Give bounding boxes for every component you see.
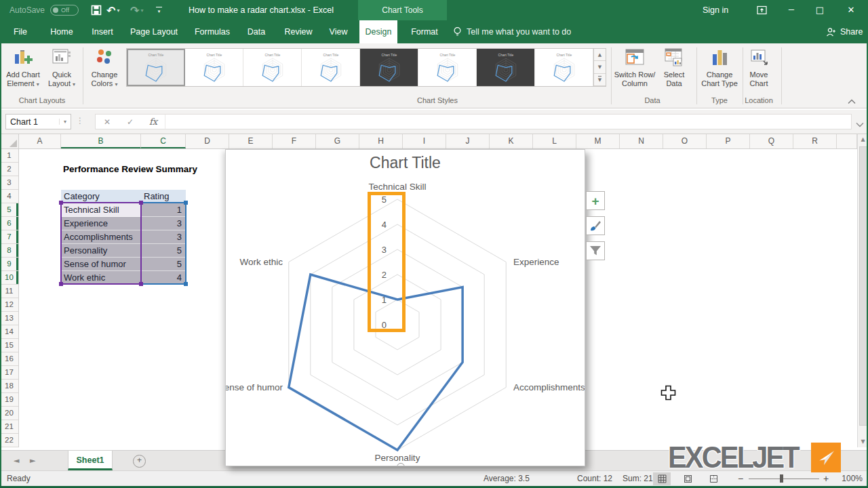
switch-row-column-button[interactable]: Switch Row/ Column [614,46,656,95]
column-header-E[interactable]: E [229,134,273,148]
chart-resize-handle[interactable] [397,463,405,466]
table-cell-rating[interactable]: 5 [141,258,186,271]
row-header-14[interactable]: 14 [0,325,18,339]
row-header-15[interactable]: 15 [0,339,18,352]
gallery-scroll-down-icon[interactable]: ▼ [594,61,606,73]
table-cell-rating[interactable]: 4 [141,271,186,285]
zoom-in-button[interactable]: + [823,471,829,486]
column-header-Q[interactable]: Q [750,134,793,148]
row-header-2[interactable]: 2 [0,163,18,176]
table-cell-rating[interactable]: 3 [141,217,186,230]
column-header-K[interactable]: K [490,134,533,148]
tab-formulas[interactable]: Formulas [190,20,235,43]
sheet-tab-sheet1[interactable]: Sheet1 [68,451,113,470]
next-sheet-icon[interactable]: ► [30,451,35,471]
customize-quick-access-button[interactable]: ▾ [156,0,162,20]
row-header-22[interactable]: 22 [0,434,18,447]
column-header-L[interactable]: L [533,134,576,148]
row-header-6[interactable]: 6 [0,217,18,230]
table-cell-category[interactable]: Experience [61,217,141,230]
maximize-button[interactable]: □ [808,0,831,20]
cancel-formula-icon[interactable]: ✕ [96,117,119,127]
chart-elements-button[interactable]: + [586,191,605,210]
gallery-style-1[interactable]: Chart Title [127,49,185,86]
table-header-rating[interactable]: Rating [141,190,186,203]
tab-review[interactable]: Review [279,20,317,43]
column-header-J[interactable]: J [446,134,490,148]
formula-input[interactable] [165,115,851,129]
gallery-style-5[interactable]: Chart Title [360,49,418,86]
tab-format[interactable]: Format [404,20,445,43]
save-button[interactable] [91,0,102,20]
row-header-20[interactable]: 20 [0,407,18,420]
tab-insert[interactable]: Insert [84,20,121,43]
gallery-style-3[interactable]: Chart Title [243,49,302,86]
column-header-N[interactable]: N [620,134,663,148]
table-cell-category[interactable]: Sense of humor [61,258,141,271]
sign-in-link[interactable]: Sign in [703,0,728,20]
radar-chart-object[interactable]: Chart Title 012345Technical SkillExperie… [225,149,585,466]
gallery-style-7[interactable]: Chart Title [477,49,535,86]
column-header-D[interactable]: D [186,134,229,148]
row-header-16[interactable]: 16 [0,352,18,366]
column-header-G[interactable]: G [316,134,359,148]
column-header-C[interactable]: C [141,134,186,148]
sheet-title-cell[interactable]: Performance Review Summary [63,163,226,176]
enter-formula-icon[interactable]: ✓ [119,117,142,127]
zoom-level[interactable]: 100% [838,471,863,486]
insert-function-icon[interactable]: fx [142,117,165,127]
chart-styles-button[interactable] [586,216,605,235]
select-data-button[interactable]: Select Data [657,46,691,95]
select-all-button[interactable] [0,134,19,148]
share-button[interactable]: Share [826,20,863,43]
column-header-F[interactable]: F [273,134,316,148]
autosave-switch[interactable]: Off [50,5,79,16]
row-header-11[interactable]: 11 [0,285,18,298]
column-header-R[interactable]: R [793,134,837,148]
category-range-handle[interactable] [139,282,143,286]
table-cell-rating[interactable]: 1 [141,203,186,217]
column-header-H[interactable]: H [359,134,403,148]
row-header-13[interactable]: 13 [0,312,18,325]
row-header-10[interactable]: 10 [0,271,18,285]
tab-file[interactable]: File [7,20,34,43]
row-header-5[interactable]: 5 [0,203,18,217]
new-sheet-button[interactable]: + [133,455,146,468]
column-header-P[interactable]: P [707,134,750,148]
name-box[interactable]: Chart 1 ▾ [5,114,71,129]
gallery-style-8[interactable]: Chart Title [535,49,593,86]
table-cell-rating[interactable]: 3 [141,230,186,244]
gallery-style-2[interactable]: Chart Title [185,49,243,86]
column-header-B[interactable]: B [61,134,141,148]
zoom-slider-track[interactable] [749,479,819,479]
row-header-4[interactable]: 4 [0,190,18,203]
expand-formula-bar-button[interactable] [856,118,864,130]
row-header-1[interactable]: 1 [0,149,18,163]
gallery-more-styles-icon[interactable]: ▼ [594,74,606,86]
column-header-O[interactable]: O [663,134,707,148]
chart-filters-button[interactable] [586,241,605,260]
zoom-slider-thumb[interactable] [780,474,783,483]
autosave-toggle[interactable]: AutoSave Off [9,0,79,20]
gallery-scroll-up-icon[interactable]: ▲ [594,49,606,61]
move-chart-button[interactable]: Move Chart [741,46,777,95]
table-header-category[interactable]: Category [61,190,141,203]
change-colors-button[interactable]: Change Colors ▾ [85,46,123,95]
tell-me-box[interactable]: Tell me what you want to do [453,20,571,43]
table-cell-category[interactable]: Accomplishments [61,230,141,244]
table-cell-category[interactable]: Work ethic [61,271,141,285]
category-range-handle[interactable] [139,201,143,205]
redo-button[interactable]: ↷ ▾ [130,0,143,20]
table-cell-category[interactable]: Personality [61,244,141,258]
table-cell-rating[interactable]: 5 [141,244,186,258]
value-range-handle[interactable] [184,201,188,205]
category-range-handle[interactable] [59,201,63,205]
minimize-button[interactable]: ─ [780,0,803,20]
undo-dropdown-icon[interactable]: ▾ [117,7,119,14]
quick-layout-button[interactable]: Quick Layout ▾ [43,46,80,95]
gallery-style-4[interactable]: Chart Title [302,49,360,86]
tab-home[interactable]: Home [45,20,79,43]
ribbon-display-options-button[interactable] [750,0,773,20]
formula-bar[interactable]: ✕ ✓ fx [95,114,852,129]
change-chart-type-button[interactable]: Change Chart Type [699,46,740,95]
